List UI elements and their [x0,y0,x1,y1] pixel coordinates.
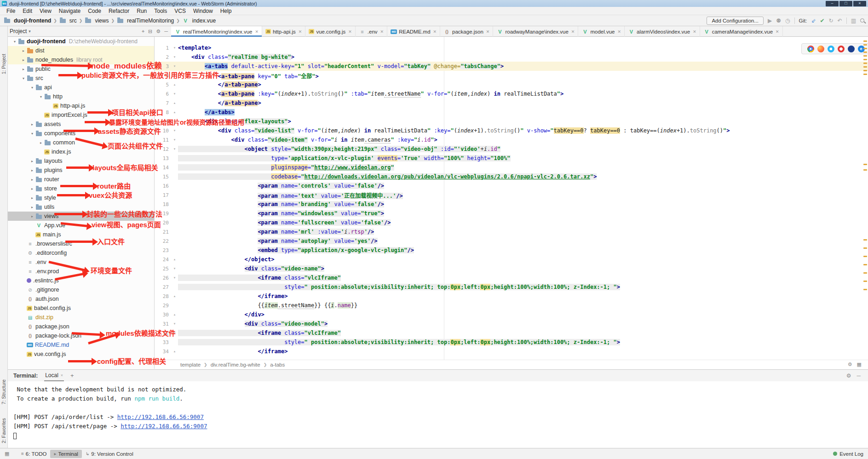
tab-roadwayManage-index.vue[interactable]: VroadwayManage\index.vue✕ [493,26,578,37]
close-icon[interactable]: ✕ [348,29,352,34]
status--TODO[interactable]: ≡6: TODO [17,450,50,458]
code-line-8[interactable]: 8▴ </a-tabs> [155,108,868,117]
breadcrumb-item-realTimeMonitoring[interactable]: realTimeMonitoring [117,17,174,24]
breadcrumb-item-views[interactable]: views [85,17,109,24]
git-update-icon[interactable]: ⇙ [811,17,816,24]
terminal-tab-local[interactable]: Local × [44,370,64,381]
minimize-button[interactable]: – [826,1,839,6]
menu-edit[interactable]: Edit [19,8,36,14]
tree-item-.gitignore[interactable]: ⊘.gitignore [8,285,154,294]
menu-view[interactable]: View [36,8,55,14]
menu-refactor[interactable]: Refactor [105,8,133,14]
breadcrumb-item-src[interactable]: src [59,17,77,24]
code-line-18[interactable]: 18 <param name='branding' value='false'/… [155,200,868,209]
code-line-12[interactable]: 12▾ <object style="width:390px;height:21… [155,144,868,154]
code-line-30[interactable]: 30▴ </div> [155,310,868,319]
firefox-browser-icon[interactable] [817,46,824,52]
tab-alarmVideos-index.vue[interactable]: ValarmVideos\index.vue✕ [625,26,700,37]
code-line-5[interactable]: 5▴ </a-tab-pane> [155,80,868,89]
tab-README.md[interactable]: MDREADME.md✕ [387,26,440,37]
tree-item-README.md[interactable]: MDREADME.md [8,340,154,350]
tree-item-duoji-frontend[interactable]: ▾duoji-frontendD:\zheheWeb\duoji-fronten… [8,37,154,46]
stripe--Structure[interactable]: 7: Structure [1,379,6,404]
menu-code[interactable]: Code [84,8,105,14]
run-icon[interactable]: ▶ [768,17,772,24]
tab-cameraManage-index.vue[interactable]: VcameraManage\index.vue✕ [700,26,783,37]
collapse-all-icon[interactable]: ⊟ [148,29,152,34]
safari-browser-icon[interactable] [828,46,834,52]
hide-panel-icon[interactable]: ─ [857,373,861,379]
code-line-31[interactable]: 31▾ <div class="video-model"> [155,319,868,328]
code-line-14[interactable]: 14 pluginspage="http://www.videolan.org" [155,163,868,172]
tree-item-dist[interactable]: ▸dist [8,46,154,55]
code-line-19[interactable]: 19 <param name="windowless" value="true"… [155,209,868,218]
menu-file[interactable]: File [3,8,19,14]
tab-http-api.js[interactable]: JShttp-api.js✕ [262,26,305,37]
menu-tools[interactable]: Tools [150,8,171,14]
code-line-32[interactable]: 32▾ <iframe class="vlcIframe" [155,328,868,338]
close-icon[interactable]: ✕ [255,29,259,34]
tree-item-babel.config.js[interactable]: JSbabel.config.js [8,304,154,313]
editor-breadcrumb-div-realTime-bg-white[interactable]: div.realTime.bg-white [211,362,260,367]
title-bar[interactable]: WS duoji-frontend [D:\zheheWeb\duoji-fro… [0,0,868,7]
code-line-34[interactable]: 34▴ </iframe> [155,347,868,356]
code-line-17[interactable]: 17 <param name='text' value='正在加载视频中...'… [155,190,868,200]
tree-item-main.js[interactable]: JSmain.js [8,230,154,239]
gear-icon[interactable]: ⚙ [156,29,161,34]
maximize-button[interactable]: □ [839,1,852,6]
git-history-icon[interactable]: ↻ [829,17,834,24]
close-button[interactable]: × [853,1,866,6]
tree-item-.env[interactable]: ≡.env [8,258,154,267]
project-tool-window-header[interactable]: Project ▾ ⌖⊟⚙─ [8,26,170,36]
code-line-33[interactable]: 33 style=" position:absolute;visibility:… [155,338,868,347]
code-editor[interactable]: 1▾<template>2▾ <div class="realTime bg-w… [155,37,868,360]
tree-item-dist.zip[interactable]: ▤dist.zip [8,313,154,322]
status-Terminal[interactable]: ▸Terminal [50,450,82,458]
tree-item-api[interactable]: ▾api [8,83,154,92]
window-layout-icon[interactable]: ▥ [851,17,856,24]
debug-icon[interactable]: ⚉ [776,17,781,24]
terminal-prompt[interactable] [13,432,868,441]
code-line-28[interactable]: 28▴ </iframe> [155,292,868,301]
close-icon[interactable]: ✕ [776,29,779,34]
gear-icon[interactable]: ⚙ [846,373,851,379]
stripe--Project[interactable]: 1: Project [1,54,6,74]
tool-window-switcher-icon[interactable]: ▦ [5,451,11,457]
code-line-15[interactable]: 15 codebase="http://downloads.videolan.o… [155,172,868,181]
code-line-24[interactable]: 24▴ </object> [155,255,868,264]
tab-vue.config.js[interactable]: JSvue.config.js✕ [305,26,355,37]
tree-item-.eslintrc.js[interactable]: .eslintrc.js [8,276,154,285]
menu-vcs[interactable]: VCS [171,8,190,14]
chrome-browser-icon[interactable] [807,46,814,52]
gear-icon[interactable]: ⚙ [848,361,852,367]
locate-file-icon[interactable]: ⌖ [142,29,144,34]
code-line-2[interactable]: 2▾ <div class="realTime bg-white"> [155,52,868,62]
menu-run[interactable]: Run [133,8,150,14]
layout-icon[interactable]: ▦ [857,361,862,367]
code-line-16[interactable]: 16 <param name='controls' value='false'/… [155,181,868,190]
terminal-link[interactable]: http://192.168.66.56:9007 [117,413,204,420]
close-icon[interactable]: ✕ [486,29,490,34]
chevron-down-icon[interactable]: ▾ [29,29,31,34]
close-icon[interactable]: × [61,373,63,378]
code-line-27[interactable]: 27 style=" position:absolute;visibility:… [155,282,868,292]
code-line-20[interactable]: 20 <param name='fullscreen' value='false… [155,218,868,227]
code-line-25[interactable]: 25▾ <div class="video-name"> [155,264,868,273]
git-commit-icon[interactable]: ✔ [820,17,824,24]
code-line-6[interactable]: 6▾ <a-tab-pane :key="(index+1).toString(… [155,89,868,98]
close-icon[interactable]: ✕ [571,29,575,34]
tree-item-router[interactable]: ▸router [8,175,154,184]
code-line-9[interactable]: 9▾ <div class="flex-layouts"> [155,117,868,126]
code-line-23[interactable]: 23 <embed type="application/x-google-vlc… [155,246,868,255]
git-rollback-icon[interactable]: ↶ [838,17,842,24]
status--Version-Control[interactable]: ↳9: Version Control [82,450,137,458]
tab-realTimeMonitoring-index.vue[interactable]: VrealTimeMonitoring\index.vue✕ [171,26,262,37]
close-icon[interactable]: ✕ [693,29,696,34]
code-line-22[interactable]: 22 <param name='autoplay' value='yes'/> [155,236,868,246]
add-configuration-button[interactable]: Add Configuration... [707,17,764,25]
menu-window[interactable]: Window [190,8,217,14]
editor-breadcrumb-a-tabs[interactable]: a-tabs [270,362,285,367]
code-line-4[interactable]: 4▾ <a-tab-pane key="0" tab="全部"> [155,71,868,80]
close-icon[interactable]: ✕ [433,29,437,34]
tab-.env[interactable]: ≡.env✕ [356,26,387,37]
